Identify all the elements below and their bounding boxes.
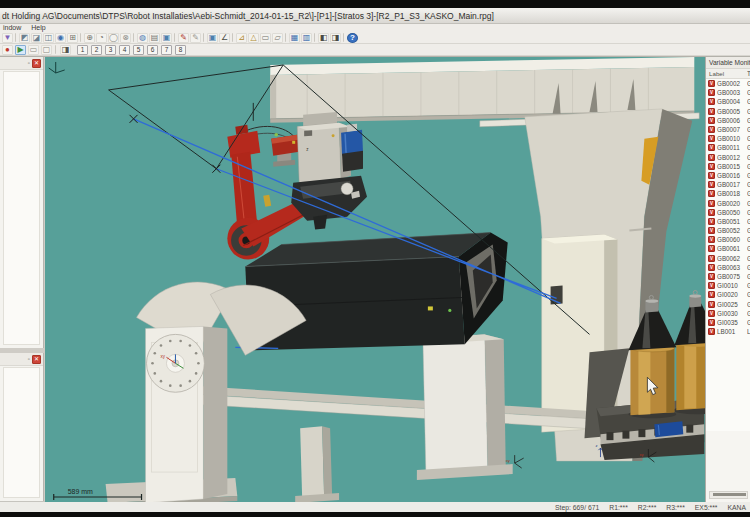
step-mode-icon[interactable]: ▭: [28, 45, 39, 55]
variable-label: GB0060: [717, 236, 740, 243]
trace-icon[interactable]: ▱: [272, 33, 283, 43]
variable-row[interactable]: V GB0016 G: [706, 171, 750, 180]
zoom-in-icon[interactable]: ⊗: [120, 33, 131, 43]
copy-program-icon[interactable]: ▢: [41, 45, 52, 55]
menu-item[interactable]: indow: [3, 24, 21, 32]
variable-row[interactable]: V GB0012 G: [706, 153, 750, 162]
variable-row[interactable]: V GB0010 G: [706, 134, 750, 143]
column-label[interactable]: Label: [709, 70, 724, 77]
filter-icon[interactable]: ▼: [2, 33, 13, 43]
variable-row[interactable]: V GB0050 G: [706, 208, 750, 217]
variable-label: GB0018: [717, 190, 740, 197]
variable-row[interactable]: V GI0025 G: [706, 300, 750, 309]
variable-icon: V: [708, 144, 715, 151]
panel-dock-icon[interactable]: ▫: [28, 355, 30, 363]
variable-row[interactable]: V GB0018 G: [706, 189, 750, 198]
variable-row[interactable]: V GB0062 G: [706, 254, 750, 263]
variable-icon: V: [708, 172, 715, 179]
app-window: dt Holding AG\Documents\DTPS\Robot Insta…: [0, 8, 750, 511]
variable-icon: V: [708, 255, 715, 262]
pose-side-icon[interactable]: ◫: [43, 33, 54, 43]
variable-label: GB0006: [717, 117, 740, 124]
program-slot-button[interactable]: 8: [175, 45, 186, 55]
variable-row[interactable]: V GB0006 G: [706, 116, 750, 125]
svg-text:xy: xy: [160, 354, 165, 359]
program-slot-button[interactable]: 5: [133, 45, 144, 55]
table-icon[interactable]: ▦: [289, 33, 300, 43]
left-panel-bottom-header: ▫ ✕: [0, 353, 43, 366]
variable-row[interactable]: V GB0003 G: [706, 88, 750, 97]
duplicate-icon[interactable]: ▣: [207, 33, 218, 43]
horizontal-scrollbar[interactable]: [709, 491, 748, 499]
program-slot-button[interactable]: 3: [105, 45, 116, 55]
variable-label: GI0020: [717, 291, 738, 298]
window-new-icon[interactable]: ◨: [330, 33, 341, 43]
workpiece-marker-yellow: [428, 306, 433, 310]
help-icon[interactable]: ?: [347, 33, 358, 43]
edit-red-icon[interactable]: ✎: [178, 33, 189, 43]
snap-icon[interactable]: △: [248, 33, 259, 43]
variable-row[interactable]: V GB0020 G: [706, 198, 750, 207]
program-slot-button[interactable]: 2: [91, 45, 102, 55]
variable-label: GI0025: [717, 301, 738, 308]
variable-row[interactable]: V GI0020 G: [706, 290, 750, 299]
pan-icon[interactable]: ⊕: [84, 33, 95, 43]
toolbar-separator: [133, 33, 135, 42]
variable-row[interactable]: V GB0060 G: [706, 235, 750, 244]
variable-row[interactable]: V GB0051 G: [706, 217, 750, 226]
program-slot-buttons: 12345678: [77, 45, 186, 55]
program-slot-button[interactable]: 4: [119, 45, 130, 55]
view-sphere-icon[interactable]: ◍: [137, 33, 148, 43]
view-window-icon[interactable]: ▤: [149, 33, 160, 43]
record-button[interactable]: ●: [2, 45, 13, 55]
variable-row[interactable]: V GI0035 G: [706, 318, 750, 327]
zoom-out-icon[interactable]: ◯: [108, 33, 119, 43]
program-slot-button[interactable]: 6: [147, 45, 158, 55]
scrollbar-thumb[interactable]: [713, 493, 746, 496]
angle-tool-icon[interactable]: ∠: [219, 33, 230, 43]
program-slot-button[interactable]: 7: [161, 45, 172, 55]
frame-icon[interactable]: ▭: [260, 33, 271, 43]
chart-icon[interactable]: ▥: [301, 33, 312, 43]
globe-view-icon[interactable]: ◉: [55, 33, 66, 43]
edit-gray-icon[interactable]: ✎: [190, 33, 201, 43]
variable-row[interactable]: V GB0052 G: [706, 226, 750, 235]
menu-item[interactable]: Help: [31, 24, 45, 32]
variable-icon: V: [708, 282, 715, 289]
variable-row[interactable]: V LB001 L: [706, 327, 750, 336]
variable-row[interactable]: V GB0015 G: [706, 162, 750, 171]
viewport-3d[interactable]: xy: [45, 57, 705, 502]
variable-row[interactable]: V GB0011 G: [706, 143, 750, 152]
measure-icon[interactable]: ⊿: [236, 33, 247, 43]
toolbar-separator: [80, 33, 82, 42]
variable-row[interactable]: V GB0017 G: [706, 180, 750, 189]
variable-row[interactable]: V GB0075 G: [706, 272, 750, 281]
close-icon[interactable]: ✕: [32, 355, 41, 364]
export-icon[interactable]: ◧: [318, 33, 329, 43]
pose-top-icon[interactable]: ◪: [31, 33, 42, 43]
rotate-view-icon[interactable]: ◔: [96, 33, 107, 43]
variable-icon: V: [708, 218, 715, 225]
variable-row[interactable]: V GI0030 G: [706, 309, 750, 318]
variable-row[interactable]: V GB0005 G: [706, 107, 750, 116]
toolbar-separator: [285, 33, 287, 42]
variable-row[interactable]: V GB0002 G: [706, 79, 750, 88]
variable-icon: V: [708, 200, 715, 207]
variable-icon: V: [708, 273, 715, 280]
window-fit-icon[interactable]: ⊞: [67, 33, 78, 43]
play-button[interactable]: ▶: [15, 45, 26, 55]
copy-view-icon[interactable]: ▣: [161, 33, 172, 43]
variable-row[interactable]: V GB0061 G: [706, 244, 750, 253]
variable-row[interactable]: V GB0007 G: [706, 125, 750, 134]
variable-monitor-panel: Variable Monitor Label Type V GB0002 G V…: [705, 57, 750, 502]
variable-row[interactable]: V GB0063 G: [706, 263, 750, 272]
program-slot-button[interactable]: 1: [77, 45, 88, 55]
pose-front-icon[interactable]: ◩: [19, 33, 30, 43]
left-panel-bottom-body: [3, 367, 40, 498]
close-icon[interactable]: ✕: [32, 59, 41, 68]
variable-row[interactable]: V GB0004 G: [706, 97, 750, 106]
variable-row[interactable]: V GI0010 G: [706, 281, 750, 290]
panel-dock-icon[interactable]: ▫: [28, 59, 30, 67]
robot-select-icon[interactable]: ◨: [60, 45, 71, 55]
variable-icon: V: [708, 319, 715, 326]
